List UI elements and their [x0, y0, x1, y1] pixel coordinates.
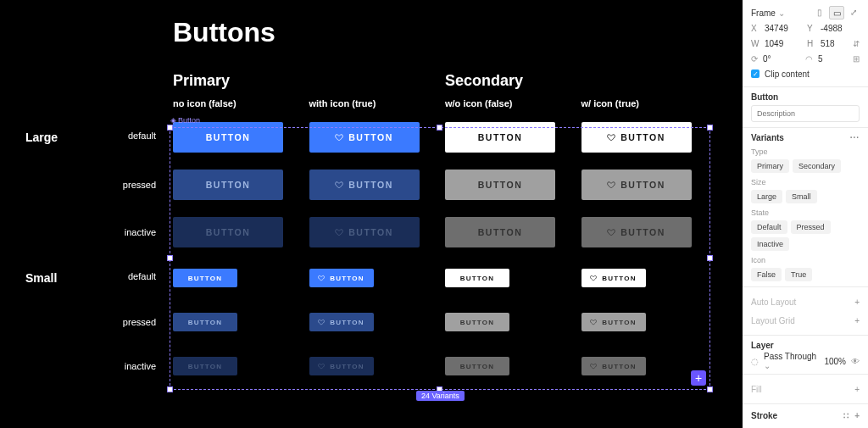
- variant-button[interactable]: BUTTON: [309, 170, 420, 200]
- state-pressed-label-2: pressed: [92, 317, 173, 327]
- heart-icon: [318, 363, 325, 370]
- x-input[interactable]: 34749: [765, 24, 802, 33]
- heart-icon: [590, 319, 597, 325]
- clip-content-label: Clip content: [765, 69, 810, 79]
- group-secondary: Secondary: [445, 72, 581, 90]
- add-variant-button[interactable]: +: [691, 370, 706, 386]
- description-input[interactable]: [751, 105, 860, 122]
- variants-more-icon[interactable]: ···: [850, 133, 860, 142]
- col-secondary-icon: w/ icon (true): [581, 98, 718, 108]
- chip-false[interactable]: False: [751, 268, 782, 281]
- chip-primary[interactable]: Primary: [751, 159, 789, 173]
- resize-landscape-icon[interactable]: ▭: [829, 6, 844, 19]
- variant-button[interactable]: BUTTON: [445, 217, 555, 247]
- variant-button[interactable]: BUTTON: [581, 217, 692, 247]
- rotation-icon: ⟳: [751, 54, 758, 64]
- chip-pressed[interactable]: Pressed: [791, 220, 831, 234]
- fill-heading[interactable]: Fill: [751, 385, 762, 394]
- design-canvas[interactable]: Buttons Primary Secondary no icon (false…: [0, 0, 743, 428]
- visibility-icon[interactable]: 👁: [851, 357, 860, 366]
- variant-button[interactable]: BUTTON: [581, 313, 646, 331]
- inspector-panel: Frame ⌄ ▯ ▭ ⤢ X 34749 Y -4988 W 1049 H 5…: [743, 0, 868, 428]
- radius-input[interactable]: 5: [818, 54, 823, 64]
- heart-icon: [590, 363, 597, 370]
- component-name-heading: Button: [751, 92, 860, 102]
- resize-fit-icon[interactable]: ⤢: [848, 6, 860, 18]
- page-title: Buttons: [173, 17, 717, 48]
- opacity-input[interactable]: 100%: [824, 357, 846, 366]
- variant-button[interactable]: BUTTON: [173, 122, 283, 153]
- variants-heading: Variants: [751, 133, 784, 142]
- y-label: Y: [807, 24, 815, 33]
- layout-grid-heading[interactable]: Layout Grid: [751, 316, 795, 325]
- variant-count-badge: 24 Variants: [416, 391, 465, 401]
- prop-icon-label: Icon: [751, 256, 860, 264]
- variant-button[interactable]: BUTTON: [445, 357, 509, 375]
- chip-true[interactable]: True: [785, 268, 812, 281]
- blend-mode-icon: ◌: [751, 357, 759, 366]
- resize-portrait-icon[interactable]: ▯: [814, 6, 826, 18]
- constrain-proportions-icon[interactable]: ⇵: [853, 39, 860, 48]
- heart-icon: [607, 181, 615, 189]
- variant-button[interactable]: BUTTON: [581, 269, 646, 287]
- group-primary: Primary: [173, 72, 309, 90]
- heart-icon: [607, 133, 615, 142]
- prop-size-label: Size: [751, 178, 860, 186]
- layer-heading: Layer: [751, 341, 860, 350]
- blend-mode-dropdown[interactable]: Pass Through ⌄: [764, 352, 819, 370]
- clip-content-checkbox[interactable]: ✓: [751, 69, 760, 78]
- variant-button[interactable]: BUTTON: [445, 170, 555, 200]
- chip-secondary[interactable]: Secondary: [793, 159, 841, 173]
- x-label: X: [751, 24, 760, 33]
- size-large-label: Large: [25, 131, 92, 144]
- heart-icon: [590, 275, 597, 281]
- variant-button[interactable]: BUTTON: [309, 269, 374, 287]
- add-auto-layout-icon[interactable]: +: [854, 297, 860, 307]
- w-label: W: [751, 39, 760, 48]
- heart-icon: [335, 228, 343, 236]
- chevron-down-icon: ⌄: [778, 8, 785, 18]
- variant-button[interactable]: BUTTON: [173, 269, 237, 287]
- stroke-style-icon[interactable]: ∷: [840, 409, 852, 421]
- independent-corners-icon[interactable]: ⊞: [853, 54, 860, 64]
- state-inactive-label-1: inactive: [92, 227, 173, 237]
- variant-button[interactable]: BUTTON: [445, 313, 509, 331]
- frame-dropdown[interactable]: Frame ⌄: [751, 8, 785, 18]
- variant-button[interactable]: BUTTON: [581, 122, 692, 153]
- chip-small[interactable]: Small: [786, 190, 817, 203]
- heart-icon: [318, 275, 325, 281]
- variant-button[interactable]: BUTTON: [173, 217, 283, 247]
- size-small-label: Small: [25, 271, 92, 285]
- h-label: H: [807, 39, 815, 48]
- variant-button[interactable]: BUTTON: [445, 122, 555, 153]
- auto-layout-heading[interactable]: Auto Layout: [751, 297, 796, 307]
- prop-type-label: Type: [751, 147, 860, 156]
- variant-button[interactable]: BUTTON: [445, 269, 509, 287]
- chip-default[interactable]: Default: [751, 220, 787, 234]
- heart-icon: [607, 228, 615, 236]
- state-inactive-label-2: inactive: [92, 361, 173, 371]
- variant-button[interactable]: BUTTON: [309, 122, 420, 153]
- stroke-heading: Stroke: [751, 411, 777, 420]
- add-layout-grid-icon[interactable]: +: [854, 316, 860, 325]
- chip-inactive[interactable]: Inactive: [751, 237, 789, 251]
- variant-button[interactable]: BUTTON: [173, 170, 283, 200]
- variant-button[interactable]: BUTTON: [581, 357, 646, 375]
- col-primary-noicon: no icon (false): [173, 98, 309, 108]
- w-input[interactable]: 1049: [765, 39, 802, 48]
- variant-button[interactable]: BUTTON: [309, 357, 374, 375]
- chip-large[interactable]: Large: [751, 190, 782, 203]
- variant-button[interactable]: BUTTON: [173, 313, 237, 331]
- add-fill-icon[interactable]: +: [854, 385, 860, 394]
- state-pressed-label-1: pressed: [92, 180, 173, 190]
- variant-button[interactable]: BUTTON: [581, 170, 692, 200]
- variant-button[interactable]: BUTTON: [309, 217, 420, 247]
- h-input[interactable]: 518: [821, 39, 835, 48]
- corner-radius-icon: ◠: [805, 54, 813, 64]
- variant-button[interactable]: BUTTON: [309, 313, 374, 331]
- rotation-input[interactable]: 0°: [763, 54, 800, 64]
- variant-button[interactable]: BUTTON: [173, 357, 237, 375]
- add-stroke-icon[interactable]: +: [854, 411, 860, 420]
- state-default-label-1: default: [92, 131, 173, 144]
- y-input[interactable]: -4988: [821, 24, 843, 33]
